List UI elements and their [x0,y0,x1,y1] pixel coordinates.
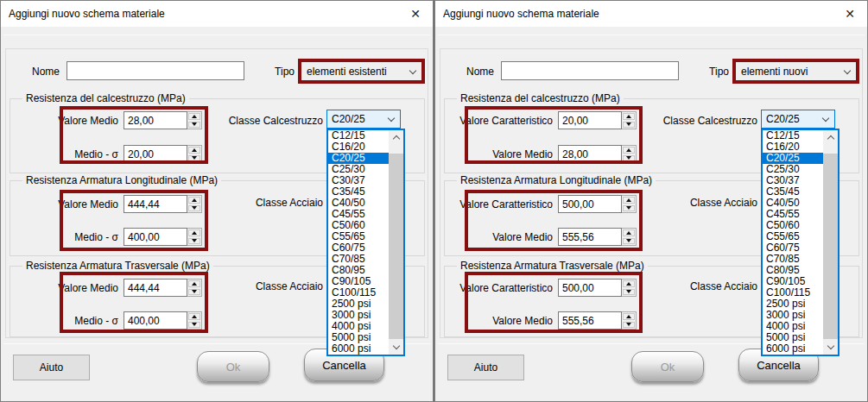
spin-down-icon[interactable] [192,206,197,210]
spin-down-icon[interactable] [192,239,197,242]
scrollbar[interactable] [389,130,403,355]
spin-row: Valore Caratteristico 500,00 [435,195,637,213]
dropdown-option[interactable]: 6000 psi [763,343,823,355]
spinner[interactable] [622,145,637,163]
spin-up-icon[interactable] [192,148,197,152]
close-icon[interactable]: ✕ [405,4,426,23]
mean-sigma-input[interactable]: 20,00 [124,145,187,163]
help-button[interactable]: Aiuto [13,355,90,380]
mean-sigma-input[interactable]: 400,00 [124,228,187,246]
scroll-up-icon[interactable] [823,130,838,145]
spin-up-icon[interactable] [626,148,631,152]
spinner[interactable] [187,311,202,330]
spinner[interactable] [622,111,637,129]
group-title: Resistenza Armatura Trasversale (MPa) [457,260,648,272]
field-label: Valore Medio [492,148,553,160]
spinner[interactable] [187,145,202,163]
mean-value-input[interactable]: 555,56 [558,228,622,246]
spin-down-icon[interactable] [626,290,631,293]
name-input[interactable] [501,61,679,80]
type-label: Tipo [243,66,295,78]
spin-down-icon[interactable] [626,239,631,242]
spinner[interactable] [622,195,637,213]
scroll-down-icon[interactable] [823,340,838,355]
scroll-down-icon[interactable] [389,340,403,355]
name-label: Nome [1,66,60,78]
window-title: Aggiungi nuovo schema materiale [9,8,165,20]
mean-value-input[interactable]: 444,44 [124,279,187,297]
spinner[interactable] [187,111,202,129]
name-input[interactable] [67,61,244,80]
spin-up-icon[interactable] [192,315,197,318]
spin-up-icon[interactable] [626,282,631,286]
spin-down-icon[interactable] [192,122,197,126]
group-title: Resistenza del calcestruzzo (MPa) [457,92,624,104]
spin-row: Valore Medio 555,56 [435,228,637,246]
type-dropdown[interactable]: elementi esistenti [298,59,425,84]
help-button[interactable]: Aiuto [447,355,524,380]
mean-sigma-input[interactable]: 400,00 [124,311,187,330]
spin-row: Valore Medio 28,00 [435,145,637,163]
spin-row: Valore Medio 555,56 [435,311,637,330]
spinner[interactable] [187,279,202,297]
scrollbar-thumb[interactable] [389,154,403,339]
characteristic-value-input[interactable]: 500,00 [558,195,622,213]
spin-row: Medio - σ 400,00 [1,311,202,330]
field-label: Medio - σ [74,315,118,327]
spin-up-icon[interactable] [192,282,197,286]
spin-down-icon[interactable] [626,323,631,326]
screenshot-root: Aggiungi nuovo schema materiale ✕ Nome T… [0,0,868,402]
mean-value-input[interactable]: 28,00 [558,145,622,163]
spin-up-icon[interactable] [192,198,197,202]
spin-up-icon[interactable] [626,231,631,235]
spinner[interactable] [622,228,637,246]
dropdown-options: C12/15C16/20C20/25C25/30C30/37C35/45C40/… [328,130,389,355]
mean-value-input[interactable]: 28,00 [124,111,187,129]
spin-down-icon[interactable] [192,290,197,293]
spinner[interactable] [187,228,202,246]
field-label: Medio - σ [74,231,118,243]
spin-row: Valore Caratteristico 20,00 [435,111,637,129]
spinner[interactable] [187,195,202,213]
spinner[interactable] [622,311,637,330]
group-title: Resistenza Armatura Longitudinale (MPa) [457,174,656,186]
spin-up-icon[interactable] [626,198,631,202]
concrete-class-dropdown[interactable]: C20/25 [761,110,835,129]
window-title: Aggiungi nuovo schema materiale [443,8,599,20]
spin-down-icon[interactable] [626,156,631,160]
spin-up-icon[interactable] [626,115,631,118]
name-label: Nome [435,66,494,78]
scrollbar-thumb[interactable] [823,154,838,339]
spin-row: Valore Medio 28,00 [1,111,202,129]
characteristic-value-input[interactable]: 20,00 [558,111,622,129]
spin-down-icon[interactable] [626,122,631,126]
spin-row: Medio - σ 400,00 [1,228,202,246]
mean-value-input[interactable]: 555,56 [558,311,622,330]
scrollbar[interactable] [823,130,838,355]
type-dropdown[interactable]: elementi nuovi [732,59,859,84]
type-label: Tipo [677,66,729,78]
mean-value-input[interactable]: 444,44 [124,195,187,213]
spin-up-icon[interactable] [192,231,197,235]
characteristic-value-input[interactable]: 500,00 [558,279,622,297]
field-label: Valore Caratteristico [459,115,553,127]
group-title: Resistenza del calcestruzzo (MPa) [22,92,189,104]
spin-down-icon[interactable] [626,206,631,210]
spin-up-icon[interactable] [192,115,197,118]
dialog-add-material-new: Aggiungi nuovo schema materiale ✕ Nome T… [434,0,868,402]
field-label: Valore Caratteristico [459,282,553,294]
spinner[interactable] [622,279,637,297]
title-bar: Aggiungi nuovo schema materiale ✕ [435,1,867,27]
spin-row: Medio - σ 20,00 [1,145,202,163]
close-icon[interactable]: ✕ [839,4,860,23]
spin-down-icon[interactable] [192,156,197,160]
field-label: Valore Caratteristico [459,198,553,210]
spin-up-icon[interactable] [626,315,631,318]
dropdown-option[interactable]: 6000 psi [328,343,389,355]
concrete-class-dropdown[interactable]: C20/25 [326,110,401,129]
separator-line [3,35,430,35]
concrete-class-value: C20/25 [327,113,389,125]
spin-down-icon[interactable] [192,323,197,326]
spin-row: Valore Medio 444,44 [1,279,202,297]
scroll-up-icon[interactable] [389,130,403,145]
